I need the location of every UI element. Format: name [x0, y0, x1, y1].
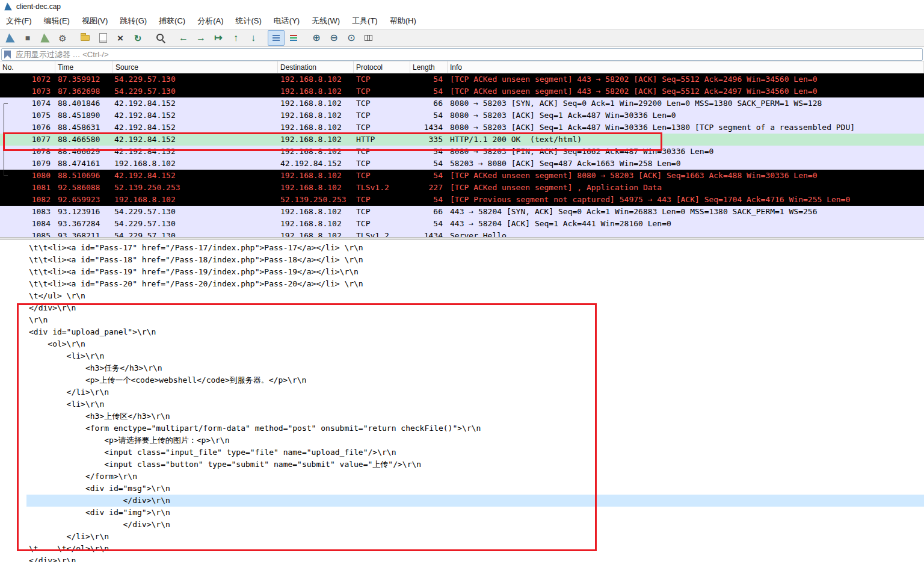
- packet-row-1073[interactable]: 107387.36269854.229.57.130192.168.8.102T…: [0, 85, 924, 97]
- go-last-button[interactable]: ↓: [245, 30, 262, 46]
- packet-row-1075[interactable]: 107588.45189042.192.84.152192.168.8.102T…: [0, 110, 924, 122]
- zoom-in-icon: ⊕: [311, 32, 322, 43]
- packet-row-1078[interactable]: 107888.46662942.192.84.152192.168.8.102T…: [0, 146, 924, 158]
- detail-line-5[interactable]: </div>\r\n: [0, 302, 924, 314]
- capture-options-button[interactable]: ⚙: [54, 30, 71, 46]
- menu-item-2[interactable]: 视图(V): [76, 13, 114, 29]
- detail-line-3[interactable]: \t\t<li><a id="Pass-20" href="/Pass-20/i…: [0, 278, 924, 290]
- detail-line-25[interactable]: \t \t</ol>\r\n: [0, 543, 924, 555]
- go-back-button[interactable]: ←: [175, 30, 192, 46]
- packet-row-1080[interactable]: 108088.51069642.192.84.152192.168.8.102T…: [0, 170, 924, 182]
- cell-source: 42.192.84.152: [113, 146, 278, 158]
- detail-line-20[interactable]: <div id="msg">\r\n: [0, 483, 924, 495]
- zoom-reset-button[interactable]: ⊙: [343, 30, 360, 46]
- display-filter-input[interactable]: 应用显示过滤器 … <Ctrl-/>: [1, 48, 923, 61]
- detail-line-11[interactable]: <p>上传一个<code>webshell</code>到服务器。</p>\r\…: [0, 374, 924, 386]
- zoom-out-button[interactable]: ⊖: [325, 30, 342, 46]
- column-header-time[interactable]: Time: [55, 61, 113, 73]
- go-first-button[interactable]: ↑: [227, 30, 244, 46]
- find-packet-button[interactable]: [152, 30, 169, 46]
- close-icon: ×: [115, 32, 126, 43]
- detail-line-17[interactable]: <input class="input_file" type="file" na…: [0, 446, 924, 459]
- detail-line-14[interactable]: <h3>上传区</h3>\r\n: [0, 410, 924, 422]
- packet-row-1074[interactable]: 107488.40184642.192.84.152192.168.8.102T…: [0, 97, 924, 110]
- arrow-right-icon: →: [196, 32, 206, 43]
- detail-line-22[interactable]: <div id="img">\r\n: [0, 507, 924, 519]
- zoom-reset-icon: ⊙: [346, 32, 357, 43]
- column-header-dest[interactable]: Destination: [278, 61, 354, 73]
- detail-line-8[interactable]: <ol>\r\n: [0, 338, 924, 350]
- colorize-toggle[interactable]: [285, 30, 302, 46]
- detail-line-15[interactable]: <form enctype="multipart/form-data" meth…: [0, 422, 924, 434]
- packet-row-1077[interactable]: 107788.46658042.192.84.152192.168.8.102H…: [0, 134, 924, 146]
- menu-item-5[interactable]: 分析(A): [191, 13, 229, 29]
- restart-capture-button[interactable]: [37, 30, 54, 46]
- column-header-info[interactable]: Info: [448, 61, 924, 73]
- column-header-source[interactable]: Source: [113, 61, 278, 73]
- column-header-no[interactable]: No.: [0, 61, 55, 73]
- cell-info: 8080 → 58203 [ACK] Seq=1 Ack=487 Win=303…: [448, 122, 924, 134]
- menu-item-10[interactable]: 帮助(H): [384, 13, 422, 29]
- detail-line-13[interactable]: <li>\r\n: [0, 398, 924, 410]
- packet-row-1085[interactable]: 108593.36821154.229.57.130192.168.8.102T…: [0, 230, 924, 237]
- detail-line-24[interactable]: </li>\r\n: [0, 531, 924, 543]
- packet-row-1081[interactable]: 108192.58608852.139.250.253192.168.8.102…: [0, 182, 924, 194]
- save-file-button[interactable]: [94, 30, 111, 46]
- menu-item-4[interactable]: 捕获(C): [153, 13, 191, 29]
- cell-source: 52.139.250.253: [113, 182, 278, 194]
- detail-line-23[interactable]: </div>\r\n: [0, 519, 924, 531]
- menu-item-9[interactable]: 工具(T): [346, 13, 384, 29]
- detail-line-7[interactable]: <div id="upload_panel">\r\n: [0, 326, 924, 338]
- menubar: 文件(F)编辑(E)视图(V)跳转(G)捕获(C)分析(A)统计(S)电话(Y)…: [0, 13, 924, 29]
- cell-time: 87.362698: [55, 85, 113, 97]
- detail-line-4[interactable]: \t</ul> \r\n: [0, 290, 924, 302]
- packet-rows: 107287.35991254.229.57.130192.168.8.102T…: [0, 73, 924, 237]
- packet-row-1076[interactable]: 107688.45863142.192.84.152192.168.8.102T…: [0, 122, 924, 134]
- start-capture-button[interactable]: [2, 30, 19, 46]
- cell-protocol: HTTP: [354, 134, 410, 146]
- packet-row-1083[interactable]: 108393.12391654.229.57.130192.168.8.102T…: [0, 206, 924, 218]
- open-file-button[interactable]: [77, 30, 94, 46]
- filter-bookmark-icon[interactable]: [4, 51, 11, 59]
- close-file-button[interactable]: ×: [112, 30, 129, 46]
- detail-line-9[interactable]: <li>\r\n: [0, 350, 924, 362]
- detail-line-6[interactable]: \r\n: [0, 314, 924, 326]
- menu-item-3[interactable]: 跳转(G): [114, 13, 153, 29]
- menu-item-0[interactable]: 文件(F): [0, 13, 38, 29]
- cell-info: 443 → 58204 [SYN, ACK] Seq=0 Ack=1 Win=2…: [448, 206, 924, 218]
- go-to-packet-button[interactable]: ↦: [210, 30, 227, 46]
- arrow-bottom-icon: ↓: [248, 32, 259, 43]
- column-header-length[interactable]: Length: [410, 61, 448, 73]
- packet-row-1079[interactable]: 107988.474161192.168.8.10242.192.84.152T…: [0, 158, 924, 170]
- detail-line-12[interactable]: </li>\r\n: [0, 386, 924, 398]
- detail-line-19[interactable]: </form>\r\n: [0, 471, 924, 483]
- cell-dest: 192.168.8.102: [278, 146, 354, 158]
- detail-line-16[interactable]: <p>请选择要上传的图片：<p>\r\n: [0, 434, 924, 446]
- reload-file-button[interactable]: ↻: [129, 30, 146, 46]
- menu-item-6[interactable]: 统计(S): [229, 13, 267, 29]
- detail-line-18[interactable]: <input class="button" type="submit" name…: [0, 459, 924, 471]
- cell-source: 192.168.8.102: [113, 194, 278, 206]
- resize-columns-button[interactable]: [360, 30, 377, 46]
- detail-line-26[interactable]: </div>\r\n: [0, 555, 924, 562]
- stop-capture-button[interactable]: ■: [19, 30, 36, 46]
- detail-line-21[interactable]: </div>\r\n: [0, 495, 924, 507]
- auto-scroll-icon: [271, 32, 282, 43]
- detail-line-1[interactable]: \t\t<li><a id="Pass-18" href="/Pass-18/i…: [0, 254, 924, 266]
- packet-row-1084[interactable]: 108493.36728454.229.57.130192.168.8.102T…: [0, 218, 924, 230]
- go-forward-button[interactable]: →: [192, 30, 209, 46]
- packet-row-1082[interactable]: 108292.659923192.168.8.10252.139.250.253…: [0, 194, 924, 206]
- arrow-left-icon: ←: [178, 32, 189, 43]
- detail-line-10[interactable]: <h3>任务</h3>\r\n: [0, 362, 924, 374]
- packet-row-1072[interactable]: 107287.35991254.229.57.130192.168.8.102T…: [0, 73, 924, 85]
- cell-time: 88.466629: [55, 146, 113, 158]
- menu-item-1[interactable]: 编辑(E): [38, 13, 76, 29]
- column-header-protocol[interactable]: Protocol: [354, 61, 410, 73]
- cell-time: 88.401846: [55, 97, 113, 110]
- menu-item-8[interactable]: 无线(W): [306, 13, 346, 29]
- zoom-in-button[interactable]: ⊕: [308, 30, 325, 46]
- detail-line-2[interactable]: \t\t<li><a id="Pass-19" href="/Pass-19/i…: [0, 266, 924, 278]
- detail-line-0[interactable]: \t\t<li><a id="Pass-17" href="/Pass-17/i…: [0, 242, 924, 254]
- auto-scroll-toggle[interactable]: [268, 30, 285, 46]
- menu-item-7[interactable]: 电话(Y): [268, 13, 306, 29]
